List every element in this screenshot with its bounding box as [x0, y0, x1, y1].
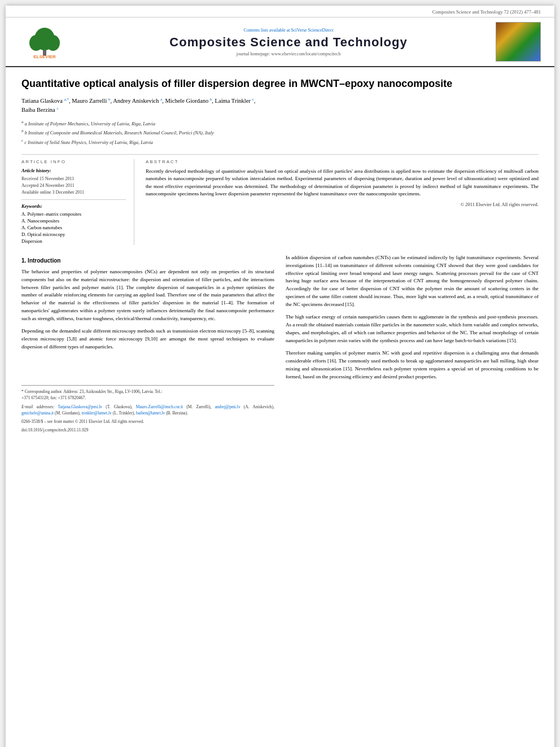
keyword-4: D. Optical microscopy — [21, 231, 126, 237]
keywords-title: Keywords: — [21, 203, 126, 209]
keyword-2: A. Nanocomposites — [21, 218, 126, 224]
email-note: E-mail addresses: Tatjana.Glaskova@pmi.l… — [21, 404, 274, 417]
journal-cover-image — [496, 22, 541, 62]
keyword-3: A. Carbon nanotubes — [21, 225, 126, 230]
section1-heading: 1. Introduction — [21, 256, 274, 265]
body-col-left: 1. Introduction The behavior and propert… — [21, 254, 274, 434]
sciverse-text: Contents lists available at SciVerse Sci… — [244, 28, 334, 33]
abstract-title: ABSTRACT — [146, 159, 539, 164]
article-info-title: ARTICLE INFO — [21, 159, 126, 164]
email-glaskova[interactable]: Tatjana.Glaskova@pmi.lv — [58, 404, 102, 409]
abstract-text: Recently developed methodology of quanti… — [146, 168, 539, 198]
affiliation-b: b b Institute of Composite and Biomedica… — [21, 128, 539, 137]
footer-doi: doi:10.1016/j.compscitech.2011.11.029 — [21, 427, 274, 433]
svg-point-3 — [29, 35, 43, 51]
affiliations: a a Institute of Polymer Mechanics, Univ… — [21, 119, 539, 146]
author-andrey: Andrey Aniskevich a — [113, 98, 162, 104]
body-columns: 1. Introduction The behavior and propert… — [21, 254, 539, 434]
affiliation-a: a a Institute of Polymer Mechanics, Univ… — [21, 119, 539, 128]
email-aniskevich[interactable]: andrej@pmi.lv — [215, 404, 240, 409]
journal-center: Contents lists available at SciVerse Sci… — [81, 28, 496, 56]
sciverse-line: Contents lists available at SciVerse Sci… — [81, 28, 496, 33]
abstract-section: ABSTRACT Recently developed methodology … — [146, 159, 539, 245]
page: Composites Science and Technology 72 (20… — [6, 6, 554, 747]
email-zarrelli[interactable]: Mauro.Zarrelli@imcb.cnr.it — [136, 404, 183, 409]
received-date: Received 15 November 2011 — [21, 176, 126, 182]
email-trinkler[interactable]: trinkler@latnet.lv — [81, 410, 111, 416]
col1-para2: Depending on the demanded scale differen… — [21, 327, 274, 351]
body-col-right: In addition dispersion of carbon nanotub… — [286, 254, 539, 434]
article-title: Quantitative optical analysis of filler … — [21, 77, 539, 90]
col1-para1: The behavior and properties of polymer n… — [21, 268, 274, 324]
footer-issn: 0266-3538/$ – see front matter © 2011 El… — [21, 418, 274, 425]
email-giordano[interactable]: gmichele@unina.it — [21, 410, 54, 416]
top-bar: Composites Science and Technology 72 (20… — [6, 6, 554, 18]
abstract-copyright: © 2011 Elsevier Ltd. All rights reserved… — [146, 202, 539, 207]
keyword-5: Dispersion — [21, 238, 126, 244]
keyword-1: A. Polymer–matrix composites — [21, 211, 126, 217]
journal-title: Composites Science and Technology — [81, 35, 496, 50]
author-tatiana: Tatiana Glaskova a,* — [21, 98, 69, 104]
author-michele: Michele Giordano b — [165, 98, 212, 104]
history-title: Article history: — [21, 168, 126, 173]
elsevier-logo: ELSEVIER — [19, 23, 70, 61]
available-date: Available online 3 December 2011 — [21, 189, 126, 196]
author-baiba: Baiba Berzina c — [21, 107, 59, 113]
col2-para3: Therefore making samples of polymer matr… — [286, 350, 539, 381]
info-abstract-section: ARTICLE INFO Article history: Received 1… — [21, 154, 539, 245]
email-berzina[interactable]: baiben@latnet.lv — [136, 410, 165, 416]
svg-text:ELSEVIER: ELSEVIER — [33, 54, 56, 59]
journal-homepage: journal homepage: www.elsevier.com/locat… — [81, 51, 496, 56]
accepted-date: Accepted 24 November 2011 — [21, 182, 126, 189]
article-info: ARTICLE INFO Article history: Received 1… — [21, 159, 134, 245]
corresponding-note: * Corresponding author. Address: 23, Aiz… — [21, 388, 274, 401]
info-divider — [21, 199, 126, 200]
journal-header: ELSEVIER Contents lists available at Sci… — [6, 18, 554, 67]
footer-left: * Corresponding author. Address: 23, Aiz… — [21, 385, 274, 434]
col2-para2: The high surface energy of certain nanop… — [286, 313, 539, 345]
svg-point-4 — [46, 35, 60, 51]
author-mauro: Mauro Zarrelli b — [72, 98, 110, 104]
journal-reference: Composites Science and Technology 72 (20… — [432, 9, 541, 15]
author-laima: Laima Trinkler c — [215, 98, 254, 104]
affiliation-c: c c Institute of Solid State Physics, Un… — [21, 138, 539, 146]
main-content: Quantitative optical analysis of filler … — [6, 67, 554, 445]
authors-line: Tatiana Glaskova a,*, Mauro Zarrelli b, … — [21, 96, 539, 115]
col2-para1: In addition dispersion of carbon nanotub… — [286, 254, 539, 309]
